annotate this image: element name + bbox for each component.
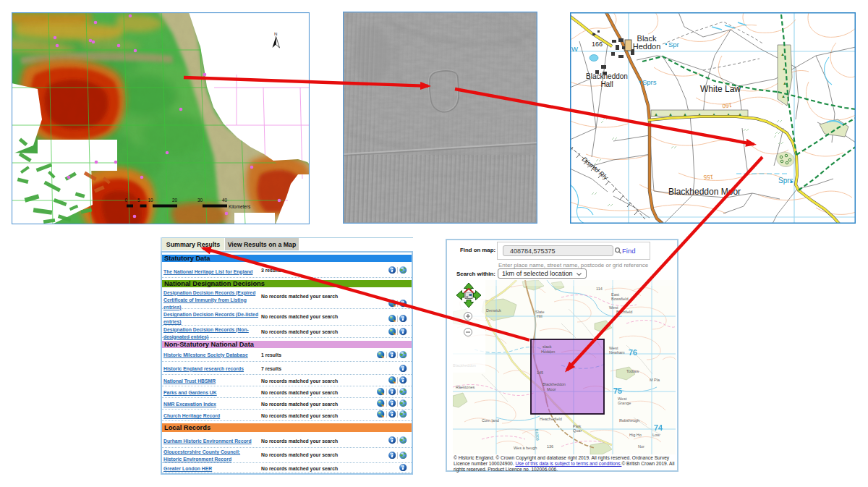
- svg-text:160: 160: [722, 102, 733, 109]
- svg-text:Blackheddon Moor: Blackheddon Moor: [668, 187, 741, 197]
- svg-text:Robsheugh: Robsheugh: [619, 418, 639, 423]
- svg-text:B6309: B6309: [535, 429, 540, 441]
- svg-text:Heddon: Heddon: [541, 350, 555, 354]
- svg-text:Grange: Grange: [618, 401, 631, 405]
- svg-text:Quar: Quar: [573, 428, 582, 433]
- svg-text:Blackheddon: Blackheddon: [542, 382, 566, 386]
- svg-text:Denwick: Denwick: [486, 308, 501, 313]
- svg-text:Hig Ho: Hig Ho: [629, 433, 642, 437]
- svg-text:Nor: Nor: [638, 444, 644, 449]
- svg-text:Todlaw: Todlaw: [626, 369, 639, 373]
- svg-text:Corn land: Corn land: [482, 418, 499, 423]
- svg-text:Sprs: Sprs: [642, 78, 657, 86]
- svg-text:Blackheddon: Blackheddon: [586, 72, 628, 80]
- svg-text:Heddon: Heddon: [633, 42, 661, 51]
- svg-text:Hall: Hall: [600, 80, 613, 88]
- svg-text:Sprs: Sprs: [778, 177, 793, 185]
- svg-text:40: 40: [222, 198, 228, 203]
- svg-text:Low: Low: [652, 433, 660, 437]
- svg-text:75: 75: [613, 386, 622, 395]
- svg-text:Bitchfield: Bitchfield: [616, 310, 632, 314]
- svg-text:145: 145: [537, 370, 543, 375]
- svg-text:20: 20: [172, 198, 178, 203]
- svg-text:Newham: Newham: [609, 350, 625, 355]
- svg-text:136: 136: [547, 444, 553, 449]
- svg-text:Moor: Moor: [547, 387, 556, 391]
- svg-text:slack: slack: [542, 344, 552, 349]
- svg-text:0: 0: [125, 198, 128, 203]
- svg-text:Raestones: Raestones: [456, 385, 475, 389]
- svg-text:5: 5: [137, 198, 140, 203]
- svg-text:76: 76: [629, 348, 637, 357]
- svg-text:30: 30: [197, 198, 203, 203]
- svg-text:155: 155: [703, 174, 713, 180]
- svg-text:▲: ▲: [668, 112, 673, 117]
- svg-text:Heacherfield: Heacherfield: [540, 417, 562, 421]
- svg-text:Wes a heugh: Wes a heugh: [514, 446, 537, 450]
- svg-text:N: N: [274, 32, 277, 36]
- svg-text:White Law: White Law: [700, 84, 741, 94]
- svg-text:▲: ▲: [654, 112, 658, 117]
- svg-text:Hill: Hill: [537, 314, 542, 318]
- svg-text:Spr: Spr: [668, 41, 679, 48]
- svg-text:Bowsfield: Bowsfield: [611, 297, 629, 301]
- svg-text:M Pla: M Pla: [650, 378, 660, 382]
- svg-text:74: 74: [654, 423, 663, 432]
- svg-text:166: 166: [592, 41, 603, 48]
- svg-text:Kilometers: Kilometers: [229, 204, 250, 209]
- svg-text:▲: ▲: [781, 94, 786, 98]
- svg-text:114: 114: [596, 287, 603, 291]
- svg-text:10: 10: [148, 198, 154, 203]
- svg-text:W: W: [571, 45, 578, 53]
